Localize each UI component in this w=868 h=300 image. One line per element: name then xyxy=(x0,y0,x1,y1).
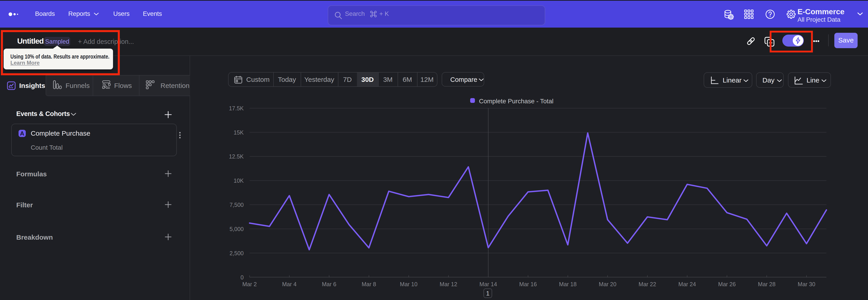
svg-text:Mar 28: Mar 28 xyxy=(758,281,776,287)
svg-text:Mar 8: Mar 8 xyxy=(362,281,376,287)
svg-text:Mar 24: Mar 24 xyxy=(678,281,696,287)
svg-text:12.5K: 12.5K xyxy=(229,153,244,160)
svg-text:Mar 16: Mar 16 xyxy=(519,281,537,287)
svg-text:Mar 2: Mar 2 xyxy=(242,281,257,287)
svg-text:0: 0 xyxy=(241,274,244,280)
svg-text:Mar 10: Mar 10 xyxy=(400,281,417,287)
svg-text:Mar 12: Mar 12 xyxy=(440,281,457,287)
svg-text:7,500: 7,500 xyxy=(229,202,244,208)
svg-text:Mar 4: Mar 4 xyxy=(282,281,297,287)
svg-text:Mar 18: Mar 18 xyxy=(559,281,577,287)
svg-text:2,500: 2,500 xyxy=(229,250,244,257)
svg-text:15K: 15K xyxy=(234,129,244,136)
svg-text:5,000: 5,000 xyxy=(229,226,244,232)
svg-text:Mar 26: Mar 26 xyxy=(718,281,736,287)
svg-text:10K: 10K xyxy=(234,177,244,184)
svg-text:Mar 14: Mar 14 xyxy=(479,281,497,287)
svg-text:Mar 20: Mar 20 xyxy=(599,281,616,287)
svg-text:Mar 6: Mar 6 xyxy=(322,281,336,287)
svg-text:17.5K: 17.5K xyxy=(229,105,244,112)
svg-text:Mar 30: Mar 30 xyxy=(798,281,815,287)
svg-text:Mar 22: Mar 22 xyxy=(639,281,656,287)
